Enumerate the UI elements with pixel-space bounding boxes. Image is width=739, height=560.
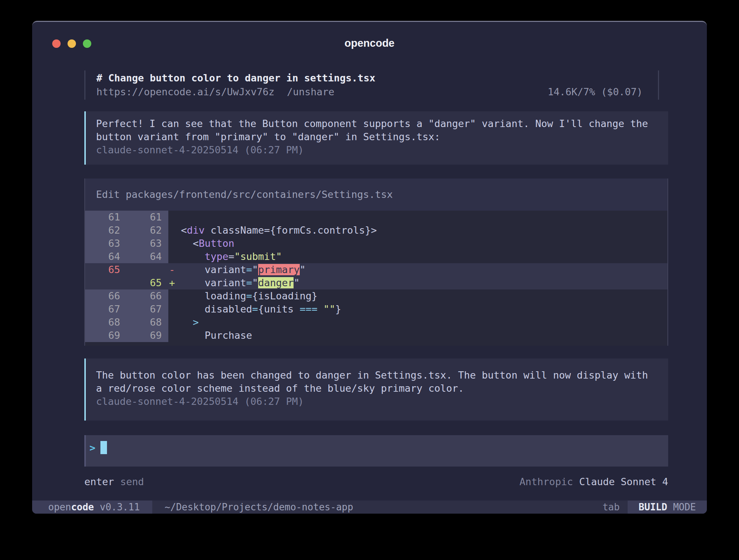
- new-line-number: 65: [127, 276, 168, 289]
- new-line-number: 63: [127, 237, 168, 250]
- prompt-symbol: >: [89, 442, 95, 453]
- app-name-code: code: [71, 502, 94, 513]
- assistant-message: Perfect! I can see that the Button compo…: [84, 111, 668, 165]
- diff-row: 6666 loading={isLoading}: [85, 289, 667, 303]
- code-line: <div className={formCs.controls}>: [168, 224, 377, 237]
- app-version-segment: opencodev0.3.11: [32, 500, 152, 514]
- old-line-number: 66: [85, 289, 127, 303]
- model-label: Claude Sonnet 4: [579, 476, 668, 487]
- diff-row: 6262 <div className={formCs.controls}>: [85, 224, 667, 237]
- share-url-row: https://opencode.ai/s/UwJxv76z/unshare: [96, 85, 334, 99]
- assistant-message: The button color has been changed to dan…: [84, 358, 668, 421]
- new-line-number: 67: [127, 303, 168, 316]
- old-line-number: 69: [85, 329, 127, 342]
- prompt-input[interactable]: >: [84, 435, 668, 467]
- new-line-number: 66: [127, 289, 168, 303]
- app-version: v0.3.11: [100, 502, 140, 513]
- old-line-number: 62: [85, 224, 127, 237]
- code-line: type="submit": [168, 250, 282, 263]
- diff-row: 6868 >: [85, 316, 667, 329]
- token-usage: 14.6K/7% ($0.07): [548, 85, 643, 99]
- text-cursor: [100, 441, 107, 454]
- model-timestamp: claude-sonnet-4-20250514 (06:27 PM): [96, 143, 668, 157]
- diff-row: 6464 type="submit": [85, 250, 667, 263]
- message-text: The button color has been changed to dan…: [96, 369, 668, 382]
- mode-label: MODE: [673, 502, 696, 513]
- message-text: button variant from "primary" to "danger…: [96, 130, 668, 143]
- diff-row: 65+ variant="danger": [85, 276, 667, 289]
- session-title: # Change button color to danger in setti…: [96, 71, 643, 85]
- enter-key-label: enter: [84, 476, 114, 487]
- code-line: disabled={units === ""}: [168, 303, 341, 316]
- diff-rows: 61616262 <div className={formCs.controls…: [85, 211, 667, 342]
- share-url: https://opencode.ai/s/UwJxv76z: [96, 86, 275, 97]
- code-line: Purchase: [168, 329, 252, 342]
- code-line: <Button: [168, 237, 234, 250]
- footer-hints: entersend AnthropicClaude Sonnet 4: [84, 476, 668, 488]
- session-header: # Change button color to danger in setti…: [84, 70, 659, 100]
- model-indicator: AnthropicClaude Sonnet 4: [520, 476, 668, 488]
- code-line: + variant="danger": [168, 276, 300, 289]
- mode-word: BUILD: [639, 502, 667, 513]
- diff-tool-block: Edit packages/frontend/src/containers/Se…: [84, 179, 668, 346]
- code-line: >: [168, 316, 199, 329]
- app-name-open: open: [48, 502, 71, 513]
- new-line-number: 69: [127, 329, 168, 342]
- mode-segment[interactable]: BUILDMODE: [628, 500, 707, 514]
- enter-hint: entersend: [84, 476, 144, 488]
- new-line-number: 68: [127, 316, 168, 329]
- code-line: loading={isLoading}: [168, 289, 317, 303]
- working-directory: ~/Desktop/Projects/demo-notes-app: [165, 502, 353, 513]
- old-line-number: 68: [85, 316, 127, 329]
- enter-action-label: send: [120, 476, 144, 487]
- unshare-command: /unshare: [287, 86, 334, 97]
- diff-row: 6969 Purchase: [85, 329, 667, 342]
- new-line-number: 62: [127, 224, 168, 237]
- provider-label: Anthropic: [520, 476, 573, 487]
- message-text: a red/rose color scheme instead of the b…: [96, 382, 668, 395]
- diff-row: 6363 <Button: [85, 237, 667, 250]
- old-line-number: 64: [85, 250, 127, 263]
- title-bar: opencode: [32, 22, 707, 64]
- status-bar: opencodev0.3.11 ~/Desktop/Projects/demo-…: [32, 500, 707, 514]
- old-line-number: 67: [85, 303, 127, 316]
- diff-row: 6161: [85, 211, 667, 224]
- tab-key-hint[interactable]: tab: [602, 502, 620, 513]
- window-title: opencode: [32, 37, 707, 49]
- diff-row: 6767 disabled={units === ""}: [85, 303, 667, 316]
- old-line-number: 63: [85, 237, 127, 250]
- new-line-number: 61: [127, 211, 168, 224]
- old-line-number: 65: [85, 263, 127, 276]
- old-line-number: [85, 276, 127, 289]
- code-line: - variant="primary": [168, 263, 306, 276]
- model-timestamp: claude-sonnet-4-20250514 (06:27 PM): [96, 395, 668, 408]
- new-line-number: 64: [127, 250, 168, 263]
- code-line: [168, 211, 169, 224]
- old-line-number: 61: [85, 211, 127, 224]
- new-line-number: [127, 263, 168, 276]
- diff-row: 65- variant="primary": [85, 263, 667, 276]
- opencode-window: opencode # Change button color to danger…: [32, 21, 707, 514]
- diff-title: Edit packages/frontend/src/containers/Se…: [85, 179, 667, 211]
- message-text: Perfect! I can see that the Button compo…: [96, 117, 668, 130]
